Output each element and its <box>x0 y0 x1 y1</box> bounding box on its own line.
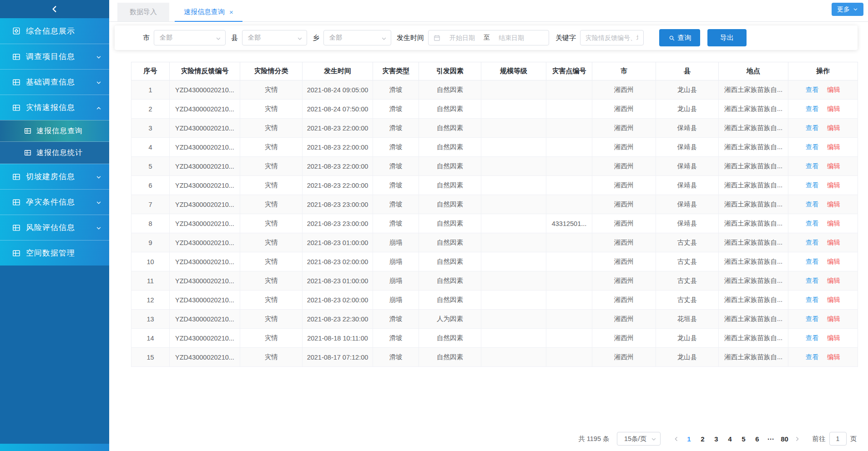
cell-scale <box>481 252 546 271</box>
view-link[interactable]: 查看 <box>806 315 819 322</box>
sidebar-item-basic-survey[interactable]: 基础调查信息 <box>0 69 109 95</box>
tab-label: 速报信息查询 <box>184 8 225 16</box>
tab-report-query[interactable]: 速报信息查询 × <box>175 3 242 21</box>
cell-disaster-type: 滑坡 <box>373 214 419 233</box>
chevron-down-icon <box>96 54 102 60</box>
edit-link[interactable]: 编辑 <box>827 277 840 284</box>
sidebar-collapse-button[interactable] <box>0 0 109 18</box>
sidebar-item-overview[interactable]: 综合信息展示 <box>0 18 109 44</box>
page-number[interactable]: ··· <box>764 432 778 446</box>
page-number[interactable]: 6 <box>751 432 764 446</box>
export-button[interactable]: 导出 <box>707 29 747 46</box>
cell-county: 保靖县 <box>656 157 719 176</box>
search-button[interactable]: 查询 <box>659 29 700 46</box>
goto-page-input[interactable] <box>829 432 847 446</box>
date-range-picker[interactable]: 至 <box>428 30 549 45</box>
page-number[interactable]: 4 <box>723 432 737 446</box>
page-number[interactable]: 80 <box>778 432 792 446</box>
prev-page-button[interactable] <box>671 432 682 446</box>
edit-link[interactable]: 编辑 <box>827 143 840 150</box>
cell-occur-time: 2021-08-23 22:00:00 <box>303 157 373 176</box>
view-link[interactable]: 查看 <box>806 86 819 93</box>
edit-link[interactable]: 编辑 <box>827 239 840 246</box>
edit-link[interactable]: 编辑 <box>827 353 840 361</box>
table-row: 15 YZD43000020210... 灾情 2021-08-17 07:12… <box>131 348 858 367</box>
edit-link[interactable]: 编辑 <box>827 258 840 265</box>
cell-occur-time: 2021-08-23 22:00:00 <box>303 119 373 138</box>
sidebar-item-spatial-data[interactable]: 空间数据管理 <box>0 240 109 266</box>
next-page-button[interactable] <box>792 432 803 446</box>
view-link[interactable]: 查看 <box>806 220 819 227</box>
cell-feedback-no: YZD43000020210... <box>170 329 240 348</box>
sidebar-subitem-report-query[interactable]: 速报信息查询 <box>0 120 109 142</box>
cell-disaster-type: 滑坡 <box>373 80 419 100</box>
page-number[interactable]: 2 <box>696 432 710 446</box>
view-link[interactable]: 查看 <box>806 162 819 170</box>
view-link[interactable]: 查看 <box>806 353 819 361</box>
cell-feedback-no: YZD43000020210... <box>170 214 240 233</box>
cell-actions: 查看 编辑 <box>788 233 858 252</box>
cell-county: 保靖县 <box>656 138 719 157</box>
page-size-select[interactable]: 15条/页 <box>617 432 661 446</box>
sidebar-item-disaster-report[interactable]: 灾情速报信息 <box>0 95 109 120</box>
city-label: 市 <box>143 34 150 42</box>
city-select[interactable]: 全部 <box>154 30 226 45</box>
cell-disaster-type: 滑坡 <box>373 329 419 348</box>
view-link[interactable]: 查看 <box>806 105 819 112</box>
view-link[interactable]: 查看 <box>806 239 819 246</box>
sidebar-item-hazard-conditions[interactable]: 孕灾条件信息 <box>0 189 109 215</box>
edit-link[interactable]: 编辑 <box>827 200 840 208</box>
edit-link[interactable]: 编辑 <box>827 296 840 303</box>
tab-data-import[interactable]: 数据导入 <box>117 3 169 21</box>
table-row: 6 YZD43000020210... 灾情 2021-08-23 22:00:… <box>131 176 858 195</box>
county-select[interactable]: 全部 <box>242 30 307 45</box>
view-link[interactable]: 查看 <box>806 181 819 189</box>
cell-disaster-type: 崩塌 <box>373 233 419 252</box>
cell-point-no <box>546 138 592 157</box>
sidebar-item-survey-project[interactable]: 调查项目信息 <box>0 44 109 69</box>
edit-link[interactable]: 编辑 <box>827 162 840 170</box>
column-header: 操作 <box>788 62 858 80</box>
edit-link[interactable]: 编辑 <box>827 86 840 93</box>
chevron-down-icon <box>96 79 102 85</box>
edit-link[interactable]: 编辑 <box>827 334 840 341</box>
cell-cause: 人为因素 <box>419 310 481 329</box>
view-link[interactable]: 查看 <box>806 258 819 265</box>
edit-link[interactable]: 编辑 <box>827 181 840 189</box>
view-link[interactable]: 查看 <box>806 296 819 303</box>
edit-link[interactable]: 编辑 <box>827 220 840 227</box>
sidebar-item-label: 灾情速报信息 <box>26 102 75 113</box>
sidebar-subitem-report-stats[interactable]: 速报信息统计 <box>0 142 109 164</box>
end-date-input[interactable] <box>492 34 531 41</box>
view-link[interactable]: 查看 <box>806 124 819 131</box>
view-link[interactable]: 查看 <box>806 334 819 341</box>
report-table: 序号 灾险情反馈编号 灾险情分类 发生时间 灾害类型 引发因素 规模等级 灾害点… <box>131 62 858 367</box>
view-link[interactable]: 查看 <box>806 277 819 284</box>
view-link[interactable]: 查看 <box>806 143 819 150</box>
close-icon[interactable]: × <box>229 9 233 15</box>
cell-occur-time: 2021-08-24 09:05:00 <box>303 80 373 100</box>
column-header: 地点 <box>719 62 788 80</box>
column-header: 灾害点编号 <box>546 62 592 80</box>
start-date-input[interactable] <box>443 34 482 41</box>
more-button[interactable]: 更多 <box>832 3 863 16</box>
town-select[interactable]: 全部 <box>323 30 391 45</box>
view-link[interactable]: 查看 <box>806 200 819 208</box>
page-number[interactable]: 5 <box>737 432 751 446</box>
sidebar-item-risk-assessment[interactable]: 风险评估信息 <box>0 215 109 240</box>
chevron-left-icon <box>673 436 679 442</box>
page-number[interactable]: 1 <box>682 432 696 446</box>
cell-feedback-no: YZD43000020210... <box>170 119 240 138</box>
sidebar-item-slope-housing[interactable]: 切坡建房信息 <box>0 164 109 189</box>
keyword-label: 关键字 <box>555 34 576 42</box>
keyword-input[interactable] <box>580 30 644 45</box>
page-number[interactable]: 3 <box>710 432 723 446</box>
edit-link[interactable]: 编辑 <box>827 315 840 322</box>
edit-link[interactable]: 编辑 <box>827 124 840 131</box>
cell-occur-time: 2021-08-23 22:00:00 <box>303 138 373 157</box>
cell-category: 灾情 <box>240 291 303 310</box>
cell-point-no <box>546 348 592 367</box>
edit-link[interactable]: 编辑 <box>827 105 840 112</box>
cell-location: 湘西土家族苗族自... <box>719 233 788 252</box>
column-header: 引发因素 <box>419 62 481 80</box>
